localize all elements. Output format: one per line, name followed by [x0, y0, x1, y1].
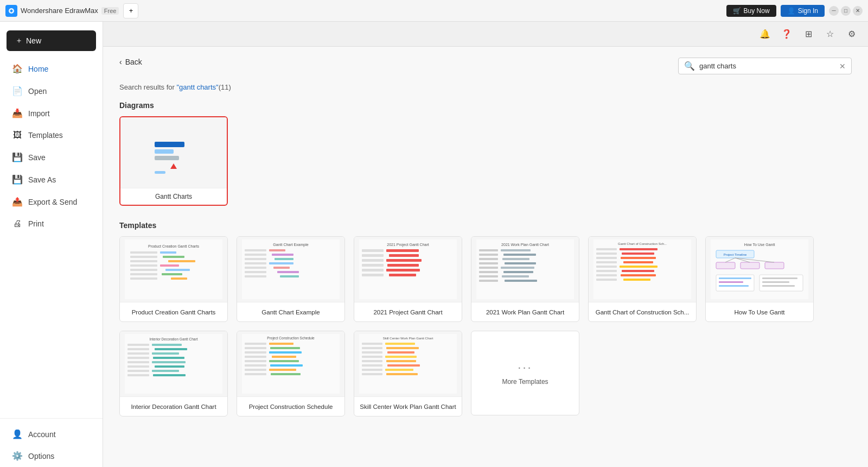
template-item-8[interactable]: Skill Center Work Plan Gantt Chart — [354, 331, 462, 416]
diagrams-heading: Diagrams — [119, 101, 852, 110]
svg-rect-136 — [245, 364, 266, 367]
more-templates-card[interactable]: ··· More Templates — [471, 331, 579, 415]
gantt-chart-label: Gantt Charts — [120, 188, 227, 205]
new-tab-button[interactable]: + — [123, 3, 138, 18]
template-item-7[interactable]: Project Construction Schedule — [237, 331, 345, 416]
svg-rect-150 — [362, 356, 382, 358]
svg-text:Product Creation Gantt Charts: Product Creation Gantt Charts — [148, 244, 200, 248]
svg-rect-65 — [503, 271, 533, 273]
sidebar-item-home[interactable]: 🏠 Home — [3, 58, 99, 79]
template-thumb-3: 2021 Work Plan Gantt Chart — [471, 237, 579, 302]
sign-in-button[interactable]: 👤 Sign In — [781, 5, 825, 17]
svg-text:Project Construction Schedule: Project Construction Schedule — [267, 336, 315, 340]
titlebar-actions: 🛒 Buy Now 👤 Sign In ─ □ ✕ — [726, 5, 863, 17]
svg-rect-99 — [719, 277, 751, 279]
more-dots-icon: ··· — [518, 361, 532, 375]
plus-icon: ＋ — [15, 36, 23, 46]
close-button[interactable]: ✕ — [853, 6, 863, 16]
svg-rect-48 — [362, 269, 384, 272]
help-icon[interactable]: ❓ — [779, 27, 794, 42]
svg-rect-156 — [362, 369, 382, 371]
template-thumb-6: Interior Decoration Gantt Chart — [120, 331, 227, 396]
svg-rect-152 — [362, 360, 382, 362]
svg-rect-69 — [505, 280, 537, 282]
grid-icon[interactable]: ⊞ — [801, 27, 816, 42]
sidebar-item-print[interactable]: 🖨 Print — [3, 213, 99, 234]
svg-rect-103 — [762, 277, 797, 279]
template-label-7: Project Construction Schedule — [237, 396, 344, 416]
sidebar-item-export[interactable]: 📤 Export & Send — [3, 191, 99, 212]
svg-rect-43 — [389, 254, 419, 257]
svg-rect-111 — [155, 348, 187, 350]
svg-rect-72 — [596, 248, 617, 250]
svg-rect-153 — [386, 360, 416, 362]
diagrams-grid: Gantt Charts — [119, 116, 852, 206]
content-inner: ‹ Back 🔍 ✕ Search results for "gantt cha… — [103, 47, 868, 467]
app-name: Wondershare EdrawMax — [21, 7, 98, 15]
free-badge: Free — [101, 7, 119, 15]
import-icon: 📥 — [12, 108, 23, 118]
back-button[interactable]: ‹ Back — [119, 58, 142, 66]
template-thumb-7: Project Construction Schedule — [237, 331, 344, 396]
sidebar-item-save[interactable]: 💾 Save — [3, 147, 99, 168]
svg-rect-17 — [165, 269, 190, 271]
svg-rect-155 — [387, 364, 420, 367]
new-button[interactable]: ＋ New — [7, 30, 96, 51]
svg-rect-28 — [245, 258, 266, 260]
svg-rect-133 — [272, 356, 296, 358]
svg-rect-36 — [245, 275, 266, 277]
save-as-icon: 💾 — [12, 174, 23, 185]
sidebar-item-open[interactable]: 📄 Open — [3, 80, 99, 102]
svg-rect-159 — [386, 373, 418, 375]
search-clear-button[interactable]: ✕ — [839, 62, 846, 71]
open-icon: 📄 — [12, 86, 23, 96]
svg-rect-116 — [127, 361, 149, 363]
svg-rect-144 — [362, 343, 382, 345]
template-item-2[interactable]: 2021 Project Gantt Chart — [354, 236, 462, 322]
maximize-button[interactable]: □ — [841, 6, 851, 16]
buy-now-button[interactable]: 🛒 Buy Now — [726, 5, 776, 17]
svg-rect-140 — [245, 373, 266, 375]
svg-rect-74 — [596, 253, 617, 255]
svg-rect-42 — [362, 254, 384, 257]
svg-rect-73 — [620, 248, 658, 250]
svg-rect-108 — [127, 344, 149, 346]
template-item-3[interactable]: 2021 Work Plan Gantt Chart — [471, 236, 579, 322]
gantt-chart-diagram-card[interactable]: Gantt Charts — [119, 116, 228, 206]
app-logo: Wondershare EdrawMax Free — [5, 5, 119, 17]
template-item-6[interactable]: Interior Decoration Gantt Chart — [119, 331, 228, 416]
templates-icon: 🖼 — [12, 130, 23, 140]
gantt-chart-thumb — [120, 117, 227, 188]
notification-icon[interactable]: 🔔 — [757, 27, 773, 42]
svg-rect-126 — [245, 343, 266, 345]
svg-rect-26 — [245, 254, 266, 256]
svg-rect-52 — [476, 239, 574, 299]
svg-text:2021 Project Gantt Chart: 2021 Project Gantt Chart — [387, 243, 429, 247]
svg-rect-113 — [152, 352, 179, 355]
sidebar-item-options[interactable]: ⚙️ Options — [3, 445, 99, 466]
settings-icon[interactable]: ⚙ — [844, 27, 859, 42]
template-item-0[interactable]: Product Creation Gantt Charts — [119, 236, 228, 322]
search-input[interactable] — [699, 62, 835, 70]
star-icon[interactable]: ☆ — [822, 27, 838, 42]
svg-rect-119 — [155, 365, 184, 368]
svg-rect-80 — [596, 266, 617, 268]
template-item-1[interactable]: Gantt Chart Example — [237, 236, 345, 322]
sidebar-item-templates[interactable]: 🖼 Templates — [3, 125, 99, 146]
template-item-5[interactable]: How To Use Gantt Project Timeline — [705, 236, 814, 322]
svg-rect-94 — [765, 262, 784, 269]
svg-rect-83 — [622, 270, 654, 272]
svg-rect-22 — [242, 239, 340, 299]
templates-heading: Templates — [119, 221, 852, 230]
sidebar-item-import[interactable]: 📥 Import — [3, 103, 99, 124]
template-item-4[interactable]: Gantt Chart of Construction Sch... — [588, 236, 697, 322]
svg-rect-85 — [621, 274, 656, 276]
search-bar: 🔍 ✕ — [678, 58, 852, 74]
svg-rect-134 — [245, 360, 266, 362]
sidebar-item-save-as[interactable]: 💾 Save As — [3, 169, 99, 190]
svg-rect-154 — [362, 364, 382, 367]
svg-rect-41 — [386, 249, 419, 252]
sidebar-item-account[interactable]: 👤 Account — [3, 424, 99, 445]
minimize-button[interactable]: ─ — [829, 6, 839, 16]
svg-rect-68 — [479, 280, 498, 282]
